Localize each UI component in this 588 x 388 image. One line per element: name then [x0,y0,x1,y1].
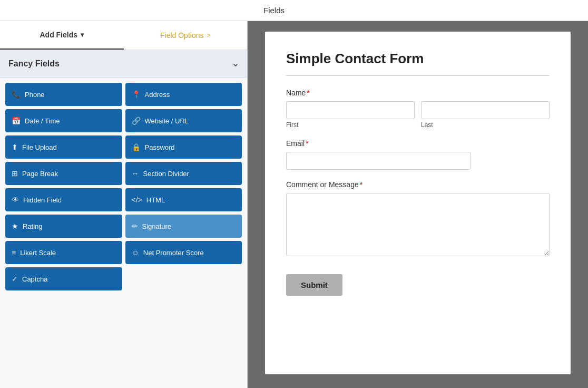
fancy-fields-grid: 📞Phone📍Address📅Date / Time🔗Website / URL… [0,77,247,296]
page-break-icon: ⊞ [12,169,18,178]
date-time-icon: 📅 [12,117,21,125]
page-title: Fields [263,6,285,15]
signature-label: Signature [142,222,172,230]
file-upload-label: File Upload [22,143,57,151]
rating-icon: ★ [12,222,18,230]
rating-label: Rating [23,222,43,230]
signature-icon: ✏ [132,222,138,230]
field-btn-file-upload[interactable]: ⬆File Upload [5,135,122,159]
name-first-col: First [286,101,415,129]
field-btn-address[interactable]: 📍Address [125,83,242,106]
address-icon: 📍 [132,90,141,99]
field-btn-likert-scale[interactable]: ≡Likert Scale [5,241,122,264]
net-promoter-score-label: Net Promoter Score [143,249,204,257]
field-btn-phone[interactable]: 📞Phone [5,83,122,106]
field-btn-section-divider[interactable]: ↔Section Divider [125,162,242,185]
form-title: Simple Contact Form [286,51,550,67]
file-upload-icon: ⬆ [12,143,18,151]
fancy-fields-label: Fancy Fields [8,59,60,69]
fancy-fields-header[interactable]: Fancy Fields ⌄ [0,50,247,77]
name-last-input[interactable] [421,101,550,119]
likert-scale-label: Likert Scale [20,249,56,257]
email-input[interactable] [286,152,471,170]
comment-field: Comment or Message* [286,180,550,258]
name-last-col: Last [421,101,550,129]
form-preview-panel: Simple Contact Form Name* First Last [248,21,588,388]
form-card: Simple Contact Form Name* First Last [265,32,571,374]
section-divider-label: Section Divider [143,170,189,178]
submit-button[interactable]: Submit [286,274,342,296]
field-btn-hidden-field[interactable]: 👁Hidden Field [5,188,122,211]
page-break-label: Page Break [22,170,58,178]
field-btn-html[interactable]: </>HTML [125,188,242,211]
field-btn-net-promoter-score[interactable]: ☺Net Promoter Score [125,241,242,264]
add-fields-label: Add Fields [40,31,77,39]
name-last-label: Last [421,121,550,129]
comment-label: Comment or Message* [286,180,550,189]
name-field: Name* First Last [286,89,550,129]
fancy-fields-chevron: ⌄ [232,59,239,69]
phone-icon: 📞 [12,90,21,99]
tab-field-options[interactable]: Field Options > [124,21,248,50]
field-btn-date-time[interactable]: 📅Date / Time [5,109,122,132]
address-label: Address [145,91,170,99]
field-btn-signature[interactable]: ✏Signature [125,215,242,238]
phone-label: Phone [25,91,45,99]
field-btn-rating[interactable]: ★Rating [5,215,122,238]
field-btn-website-url[interactable]: 🔗Website / URL [125,109,242,132]
field-options-arrow: > [207,32,210,39]
name-first-input[interactable] [286,101,415,119]
add-fields-arrow: ▾ [81,31,84,38]
field-options-label: Field Options [160,31,203,40]
email-field: Email* [286,139,550,170]
html-label: HTML [146,196,165,204]
form-divider [286,75,550,76]
captcha-icon: ✓ [12,275,18,283]
comment-textarea[interactable] [286,193,550,256]
website-url-icon: 🔗 [132,117,141,125]
field-btn-password[interactable]: 🔒Password [125,135,242,159]
name-first-label: First [286,121,415,129]
field-btn-captcha[interactable]: ✓Captcha [5,267,122,290]
main-content: Add Fields ▾ Field Options > Fancy Field… [0,21,588,388]
likert-scale-icon: ≡ [12,248,16,257]
field-btn-page-break[interactable]: ⊞Page Break [5,162,122,185]
date-time-label: Date / Time [25,117,60,125]
name-row: First Last [286,101,550,129]
left-panel: Add Fields ▾ Field Options > Fancy Field… [0,21,248,388]
tab-add-fields[interactable]: Add Fields ▾ [0,21,124,50]
tab-bar: Add Fields ▾ Field Options > [0,21,247,50]
field-scroll-area[interactable]: Fancy Fields ⌄ 📞Phone📍Address📅Date / Tim… [0,50,247,388]
hidden-field-icon: 👁 [12,196,19,204]
hidden-field-label: Hidden Field [23,196,62,204]
name-label: Name* [286,89,550,97]
top-bar: Fields [0,0,588,21]
html-icon: </> [132,196,142,204]
password-icon: 🔒 [132,143,141,151]
section-divider-icon: ↔ [132,169,139,178]
password-label: Password [145,143,175,151]
email-label: Email* [286,139,550,148]
net-promoter-score-icon: ☺ [132,248,139,257]
website-url-label: Website / URL [145,117,189,125]
captcha-label: Captcha [22,275,47,283]
